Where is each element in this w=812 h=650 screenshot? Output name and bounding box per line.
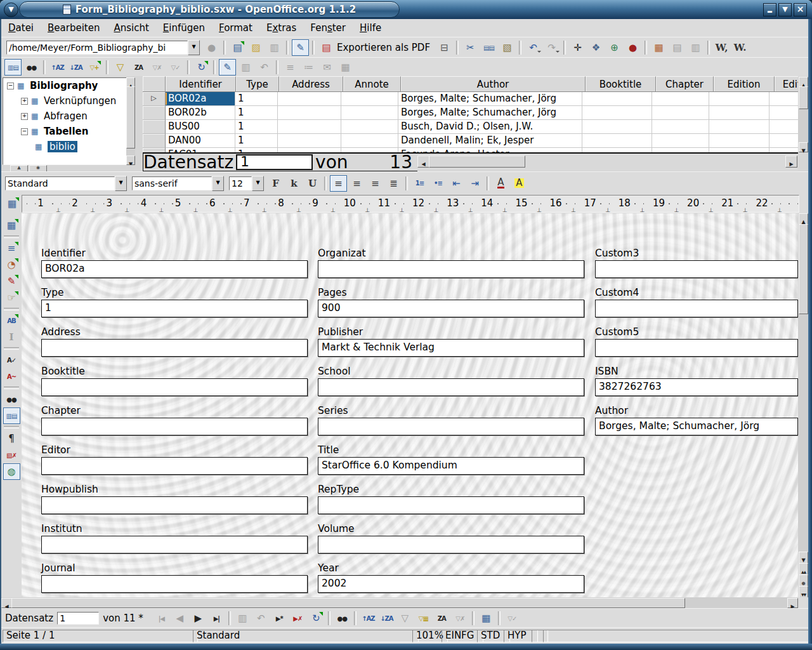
edit-mode-icon[interactable]: ▥ <box>687 39 704 56</box>
menu-hilfe[interactable]: Hilfe <box>353 21 388 35</box>
column-header-editor[interactable]: Editor <box>775 76 798 92</box>
save-record-icon[interactable]: ▥ <box>234 610 251 627</box>
grid-cell[interactable]: DAN00 <box>166 134 235 148</box>
column-header-chapter[interactable]: Chapter <box>656 76 714 92</box>
scroll-down-icon[interactable] <box>799 142 808 152</box>
input-howpublish[interactable] <box>41 496 308 514</box>
decrease-indent-icon[interactable]: ⇤ <box>448 175 465 192</box>
scroll-thumb[interactable] <box>799 86 808 109</box>
scroll-thumb[interactable] <box>11 598 685 608</box>
current-datasource-icon[interactable]: ▦ <box>337 59 354 76</box>
bold-icon[interactable]: F <box>267 175 284 192</box>
insert-fields-icon[interactable]: ≡ <box>3 240 20 256</box>
grid-cell[interactable]: Borges, Malte; Schumacher, Jörg <box>398 106 582 120</box>
autofilter-icon[interactable]: ▽ <box>396 610 414 627</box>
expander-plus-icon[interactable]: + <box>21 113 28 120</box>
autotext-icon[interactable]: AB <box>3 312 20 329</box>
grid-cell[interactable] <box>341 92 398 106</box>
mail-merge-icon[interactable]: ✉ <box>318 59 336 76</box>
copy-icon[interactable]: ▤▤ <box>480 39 497 56</box>
grid-cell[interactable] <box>652 92 709 106</box>
input-identifier[interactable]: BOR02a <box>41 260 308 278</box>
record-changes-icon[interactable]: ● <box>624 39 641 56</box>
tree-item-biblio[interactable]: ▦biblio <box>3 139 126 154</box>
grid-cell[interactable] <box>278 106 341 120</box>
insert-icon[interactable]: ▦ <box>3 217 20 234</box>
expander-minus-icon[interactable]: − <box>7 83 14 90</box>
input-series[interactable] <box>318 418 584 435</box>
sort-icon[interactable]: ZA <box>130 59 147 76</box>
paste-icon[interactable]: ▧ <box>499 39 516 56</box>
column-header-edition[interactable]: Edition <box>714 76 775 92</box>
scroll-down-icon[interactable] <box>799 552 808 564</box>
paragraph-background-icon[interactable] <box>529 175 546 192</box>
column-header-annote[interactable]: Annote <box>343 76 401 92</box>
grid-cell[interactable] <box>278 92 341 106</box>
navigator-icon[interactable]: ✛ <box>569 39 586 56</box>
window-menu-button[interactable] <box>4 3 18 17</box>
scroll-up-icon[interactable] <box>126 77 135 87</box>
paragraph-style-input[interactable] <box>5 176 115 190</box>
align-left-icon[interactable]: ≡ <box>330 175 347 192</box>
remove-filter-icon[interactable]: ▽✗ <box>148 59 166 76</box>
size-dropdown-icon[interactable] <box>252 176 264 191</box>
cut-icon[interactable]: ✂ <box>462 39 479 56</box>
ruler[interactable]: 12345678910111213141516171819202122 <box>22 195 799 213</box>
autospellcheck-icon[interactable]: A~ <box>3 368 20 385</box>
grid-cell[interactable] <box>278 120 341 134</box>
data-to-text-icon[interactable]: ≡ <box>282 59 299 76</box>
direct-cursor-icon[interactable]: I <box>3 329 20 345</box>
refresh-record-icon[interactable]: ↻ <box>308 610 325 627</box>
grid-cell[interactable] <box>709 92 769 106</box>
remove-filter-icon[interactable]: ▽✗ <box>452 610 469 627</box>
grid-cell[interactable]: BUS00 <box>166 120 235 134</box>
input-reptype[interactable] <box>318 496 584 514</box>
tree-scrollbar[interactable] <box>126 77 135 165</box>
scroll-thumb[interactable] <box>126 86 135 149</box>
input-custom5[interactable] <box>595 339 798 357</box>
document-vscrollbar[interactable] <box>798 213 808 597</box>
input-organizat[interactable] <box>318 260 584 278</box>
align-right-icon[interactable]: ≡ <box>367 175 384 192</box>
grid-cell[interactable]: Borges, Malte; Schumacher, Jörg <box>398 92 582 106</box>
grid-cell[interactable] <box>341 106 398 120</box>
tree-item-bibliography[interactable]: −▦Bibliography <box>3 78 126 93</box>
grid-cell[interactable] <box>582 134 652 148</box>
increase-indent-icon[interactable]: ⇥ <box>466 175 483 192</box>
menu-extras[interactable]: Extras <box>259 21 303 35</box>
open-icon[interactable]: ▨ <box>247 39 265 56</box>
grid-cell[interactable] <box>709 120 769 134</box>
apply-filter-icon[interactable]: ▽✓ <box>167 59 184 76</box>
grid-cell[interactable] <box>652 134 709 148</box>
grid-cell[interactable] <box>769 92 798 106</box>
form-functions-icon[interactable]: ☞ <box>3 289 20 306</box>
refresh-icon[interactable]: ↻ <box>193 59 210 76</box>
previous-page-icon[interactable] <box>799 563 808 575</box>
apply-filter-icon[interactable]: ▽✓ <box>504 610 521 627</box>
input-title[interactable]: StarOffice 6.0 Kompendium <box>318 457 584 475</box>
load-url-icon[interactable]: ▤ <box>669 39 686 56</box>
scroll-right-icon[interactable] <box>785 156 797 168</box>
input-custom4[interactable] <box>595 300 798 317</box>
menu-format[interactable]: Format <box>212 21 259 35</box>
tree-item-verknuepfungen[interactable]: +▦Verknüpfungen <box>3 93 126 109</box>
find-record-icon[interactable]: ●● <box>334 610 351 627</box>
tree-item-tabellen[interactable]: −▦Tabellen <box>3 124 126 139</box>
font-size-input[interactable] <box>229 176 252 190</box>
row-selector[interactable] <box>143 134 166 148</box>
grid-cell[interactable]: BOR02a <box>166 92 235 106</box>
grid-cell[interactable]: 1 <box>235 134 278 148</box>
new-record-icon[interactable]: ▶* <box>271 610 288 627</box>
input-year[interactable]: 2002 <box>318 575 584 593</box>
expander-minus-icon[interactable]: − <box>21 128 28 135</box>
grid-cell[interactable]: Dandenell, Malin; Ek, Jesper <box>398 134 582 148</box>
data-to-fields-icon[interactable]: ≔ <box>300 59 317 76</box>
grid-cell[interactable] <box>278 134 341 148</box>
standard-filter-icon[interactable]: ▽ <box>112 59 129 76</box>
menu-fenster[interactable]: Fenster <box>303 21 353 35</box>
menu-ansicht[interactable]: Ansicht <box>107 21 155 35</box>
data-source-as-table-icon[interactable]: ▦ <box>478 610 495 627</box>
input-isbn[interactable]: 3827262763 <box>595 378 798 396</box>
find-icon[interactable]: ●● <box>3 391 20 408</box>
menu-bearbeiten[interactable]: Bearbeiten <box>41 21 107 35</box>
